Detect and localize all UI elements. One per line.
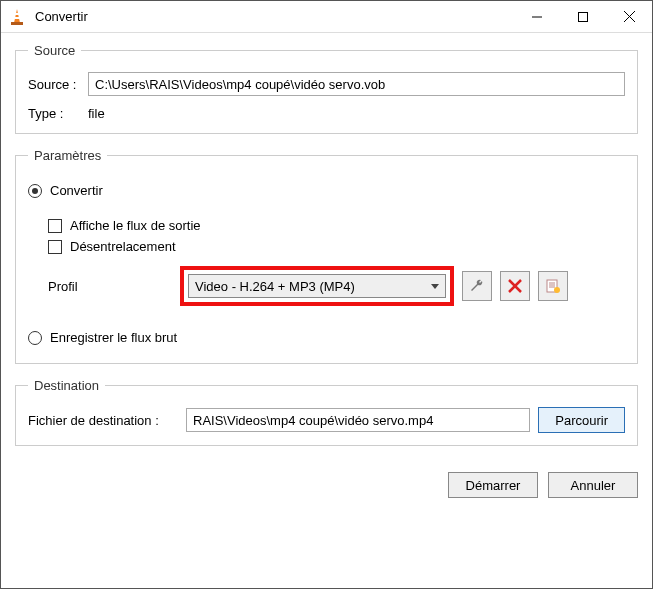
destination-legend: Destination: [28, 378, 105, 393]
radio-icon: [28, 331, 42, 345]
new-document-icon: [545, 278, 561, 294]
profile-value: Video - H.264 + MP3 (MP4): [195, 279, 355, 294]
source-group: Source Source : Type : file: [15, 43, 638, 134]
titlebar: Convertir: [1, 1, 652, 33]
new-profile-button[interactable]: [538, 271, 568, 301]
params-group: Paramètres Convertir Affiche le flux de …: [15, 148, 638, 364]
destination-file-input[interactable]: [186, 408, 530, 432]
chevron-down-icon: [431, 284, 439, 289]
start-button[interactable]: Démarrer: [448, 472, 538, 498]
source-input[interactable]: [88, 72, 625, 96]
profile-combobox[interactable]: Video - H.264 + MP3 (MP4): [188, 274, 446, 298]
cancel-button[interactable]: Annuler: [548, 472, 638, 498]
svg-marker-0: [14, 9, 20, 23]
svg-rect-1: [15, 13, 19, 15]
minimize-icon: [532, 12, 542, 22]
radio-dump-raw[interactable]: Enregistrer le flux brut: [28, 330, 625, 345]
wrench-icon: [469, 278, 485, 294]
radio-icon: [28, 184, 42, 198]
svg-point-14: [554, 287, 560, 293]
close-icon: [624, 11, 635, 22]
checkbox-deinterlace[interactable]: Désentrelacement: [48, 239, 625, 254]
svg-rect-5: [579, 12, 588, 21]
browse-button[interactable]: Parcourir: [538, 407, 625, 433]
delete-profile-button[interactable]: [500, 271, 530, 301]
maximize-icon: [578, 12, 588, 22]
source-label: Source :: [28, 77, 88, 92]
destination-group: Destination Fichier de destination : Par…: [15, 378, 638, 446]
checkbox-deinterlace-label: Désentrelacement: [70, 239, 176, 254]
destination-file-label: Fichier de destination :: [28, 413, 178, 428]
radio-convert[interactable]: Convertir: [28, 183, 625, 198]
window-title: Convertir: [35, 9, 88, 24]
close-button[interactable]: [606, 1, 652, 32]
type-value: file: [88, 106, 105, 121]
svg-rect-2: [14, 17, 19, 19]
maximize-button[interactable]: [560, 1, 606, 32]
source-legend: Source: [28, 43, 81, 58]
checkbox-show-output-label: Affiche le flux de sortie: [70, 218, 201, 233]
params-legend: Paramètres: [28, 148, 107, 163]
edit-profile-button[interactable]: [462, 271, 492, 301]
dialog-footer: Démarrer Annuler: [1, 472, 652, 508]
x-icon: [508, 279, 522, 293]
radio-convert-label: Convertir: [50, 183, 103, 198]
svg-rect-3: [11, 22, 23, 25]
profile-label: Profil: [48, 279, 172, 294]
minimize-button[interactable]: [514, 1, 560, 32]
radio-dump-raw-label: Enregistrer le flux brut: [50, 330, 177, 345]
vlc-cone-icon: [7, 7, 27, 27]
checkbox-icon: [48, 219, 62, 233]
profile-highlight: Video - H.264 + MP3 (MP4): [180, 266, 454, 306]
checkbox-icon: [48, 240, 62, 254]
type-label: Type :: [28, 106, 88, 121]
checkbox-show-output[interactable]: Affiche le flux de sortie: [48, 218, 625, 233]
